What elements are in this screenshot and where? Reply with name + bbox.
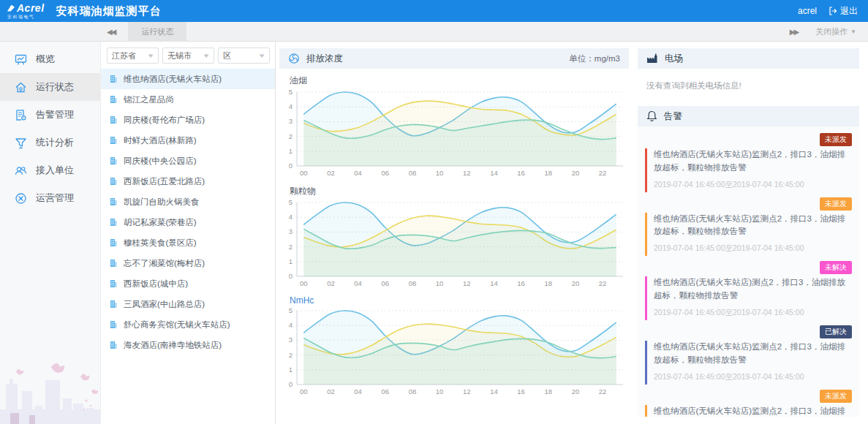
alarm-status-badge: 已解决 xyxy=(820,325,852,338)
svg-text:4: 4 xyxy=(289,321,293,329)
store-list-item[interactable]: 同庆楼(中央公园店) xyxy=(101,151,275,171)
sidebar-item-operations-management[interactable]: 运营管理 xyxy=(0,184,100,212)
svg-text:02: 02 xyxy=(327,387,335,395)
svg-text:06: 06 xyxy=(382,279,390,287)
svg-text:2: 2 xyxy=(289,351,293,359)
store-name: 同庆楼(中央公园店) xyxy=(124,156,197,167)
store-list-panel: 江苏省 ▼ 无锡市 ▼ 区 ▼ 维也纳酒店(无锡火车站店) xyxy=(100,42,276,424)
unit-label: 单位：mg/m3 xyxy=(569,53,620,64)
store-list-item[interactable]: 海友酒店(南禅寺地铁站店) xyxy=(101,335,275,355)
logout-icon xyxy=(829,7,837,15)
store-list-item[interactable]: 西新饭店(五爱北路店) xyxy=(101,171,275,192)
tab-running-status[interactable]: 运行状态 xyxy=(128,22,186,42)
store-list-item[interactable]: 凯旋门自助火锅美食 xyxy=(101,192,275,212)
store-list-item[interactable]: 西新饭店(城中店) xyxy=(101,273,275,294)
svg-text:0: 0 xyxy=(289,272,293,280)
section-title: 电场 xyxy=(665,53,683,65)
chart-block-keliwu: 颗粒物012345000204060810121416182022 xyxy=(279,185,629,289)
alarm-item[interactable]: 未派发 维也纳酒店(无锡火车站店)监测点2，排口3，油烟排放超标，颗粒物排放告警… xyxy=(645,385,852,417)
alarm-time-range: 2019-07-04 16:45:00至2019-07-04 16:45:00 xyxy=(654,308,852,320)
svg-text:14: 14 xyxy=(490,279,498,287)
building-icon xyxy=(109,300,118,308)
scroll-tabs-right-icon[interactable]: ▶▶ xyxy=(790,28,798,36)
store-name: 胡记私家菜(荣巷店) xyxy=(124,217,197,228)
store-list-item[interactable]: 胡记私家菜(荣巷店) xyxy=(101,212,275,232)
close-operations-dropdown[interactable]: 关闭操作 ▼ xyxy=(815,26,856,37)
svg-text:14: 14 xyxy=(490,169,498,177)
app-header: Acrel 安科瑞电气 安科瑞油烟监测平台 acrel 退出 xyxy=(0,0,868,22)
line-chart[interactable]: 012345000204060810121416182022 xyxy=(279,306,627,398)
city-select[interactable]: 无锡市 ▼ xyxy=(162,48,214,64)
sidebar-item-connected-units[interactable]: 接入单位 xyxy=(0,156,100,184)
alarm-item[interactable]: 已解决 维也纳酒店(无锡火车站店)监测点2，排口3，油烟排放超标，颗粒物排放告警… xyxy=(645,320,852,385)
store-list-item[interactable]: 同庆楼(哥伦布广场店) xyxy=(101,110,275,130)
alarm-status-badge: 未解决 xyxy=(820,261,852,274)
emission-section-header: 排放浓度 单位：mg/m3 xyxy=(279,48,629,69)
store-list-item[interactable]: 穆桂英美食(景区店) xyxy=(101,232,275,253)
sidebar-item-overview[interactable]: 概览 xyxy=(0,45,100,73)
tab-bar: ◀◀ 运行状态 ▶▶ 关闭操作 ▼ xyxy=(0,22,868,42)
sidebar-item-alarm-management[interactable]: 告警管理 xyxy=(0,101,100,129)
store-list-item[interactable]: 锦江之星品尚 xyxy=(101,89,275,110)
svg-text:16: 16 xyxy=(517,387,525,395)
svg-text:00: 00 xyxy=(300,279,308,287)
sidebar-item-running-status[interactable]: 运行状态 xyxy=(0,73,100,101)
svg-text:22: 22 xyxy=(599,169,607,177)
svg-text:16: 16 xyxy=(517,169,525,177)
alarm-item[interactable]: 未派发 维也纳酒店(无锡火车站店)监测点2，排口3，油烟排放超标，颗粒物排放告警… xyxy=(645,128,852,192)
svg-text:08: 08 xyxy=(409,387,417,395)
svg-text:08: 08 xyxy=(409,279,417,287)
svg-text:18: 18 xyxy=(545,169,553,177)
district-select[interactable]: 区 ▼ xyxy=(218,48,270,64)
emission-charts-panel: 排放浓度 单位：mg/m3 油烟012345000204060810121416… xyxy=(276,42,638,424)
alarm-message: 维也纳酒店(无锡火车站店)监测点2，排口3，油烟排放超标，颗粒物排放告警 xyxy=(654,148,852,175)
sidebar-item-statistics[interactable]: 统计分析 xyxy=(0,129,100,156)
line-chart[interactable]: 012345000204060810121416182022 xyxy=(279,197,627,289)
svg-text:5: 5 xyxy=(289,198,293,206)
chevron-down-icon: ▼ xyxy=(202,53,210,59)
chart-title-keliwu: 颗粒物 xyxy=(290,185,629,197)
alarm-message: 维也纳酒店(无锡火车站店)测点2，排口3，油烟排放超标，颗粒物排放告警 xyxy=(654,276,852,303)
statistics-icon xyxy=(15,137,27,149)
charts-container: 油烟012345000204060810121416182022颗粒物01234… xyxy=(279,75,629,398)
alarm-section-header: 告警 xyxy=(638,106,859,126)
svg-text:4: 4 xyxy=(289,213,293,221)
store-list-item[interactable]: 三凤酒家(中山路总店) xyxy=(101,294,275,314)
line-chart[interactable]: 012345000204060810121416182022 xyxy=(279,87,627,179)
collapse-tabs-left-icon[interactable]: ◀◀ xyxy=(107,28,115,36)
logo-text: Acrel xyxy=(17,3,45,13)
overview-icon xyxy=(15,53,27,66)
store-list-item[interactable]: 维也纳酒店(无锡火车站店) xyxy=(101,69,275,89)
svg-text:12: 12 xyxy=(463,279,471,287)
store-list-item[interactable]: 舒心商务宾馆(无锡火车站店) xyxy=(101,314,275,335)
page-title: 安科瑞油烟监测平台 xyxy=(56,4,162,18)
store-list-item[interactable]: 时鲜大酒店(林新路) xyxy=(101,130,275,151)
svg-text:16: 16 xyxy=(517,279,525,287)
chart-title-nmhc: NmHc xyxy=(290,295,629,306)
chevron-down-icon: ▼ xyxy=(146,53,154,59)
svg-text:20: 20 xyxy=(572,169,580,177)
units-icon xyxy=(15,164,27,177)
alarm-time-range: 2019-07-04 16:45:00至2019-07-04 16:45:00 xyxy=(654,243,852,256)
svg-text:3: 3 xyxy=(289,227,293,235)
alarm-section: 告警 未派发 维也纳酒店(无锡火车站店)监测点2，排口3，油烟排放超标，颗粒物排… xyxy=(638,106,859,424)
building-icon xyxy=(109,259,118,268)
svg-text:2: 2 xyxy=(289,243,293,251)
city-skyline-decoration xyxy=(0,322,100,424)
svg-text:22: 22 xyxy=(599,279,607,287)
store-list-item[interactable]: 忘不了湘菜馆(梅村店) xyxy=(101,253,275,273)
logout-button[interactable]: 退出 xyxy=(829,5,858,18)
store-name: 三凤酒家(中山路总店) xyxy=(124,299,205,310)
svg-text:0: 0 xyxy=(289,380,293,388)
svg-text:3: 3 xyxy=(289,117,293,125)
province-select[interactable]: 江苏省 ▼ xyxy=(107,48,159,64)
building-icon xyxy=(109,136,118,145)
alarm-item[interactable]: 未解决 维也纳酒店(无锡火车站店)测点2，排口3，油烟排放超标，颗粒物排放告警 … xyxy=(645,256,852,320)
building-icon xyxy=(109,320,118,329)
alarm-item[interactable]: 未派发 维也纳酒店(无锡火车站店)监测点2，排口3，油烟排放超标，颗粒物排放告警… xyxy=(645,192,852,257)
svg-text:10: 10 xyxy=(436,387,444,395)
username[interactable]: acrel xyxy=(798,6,817,16)
svg-text:00: 00 xyxy=(300,387,308,395)
region-filters: 江苏省 ▼ 无锡市 ▼ 区 ▼ xyxy=(101,42,275,69)
sidebar: 概览 运行状态 告警管理 统计分析 接入单位 运营管理 xyxy=(0,42,100,424)
